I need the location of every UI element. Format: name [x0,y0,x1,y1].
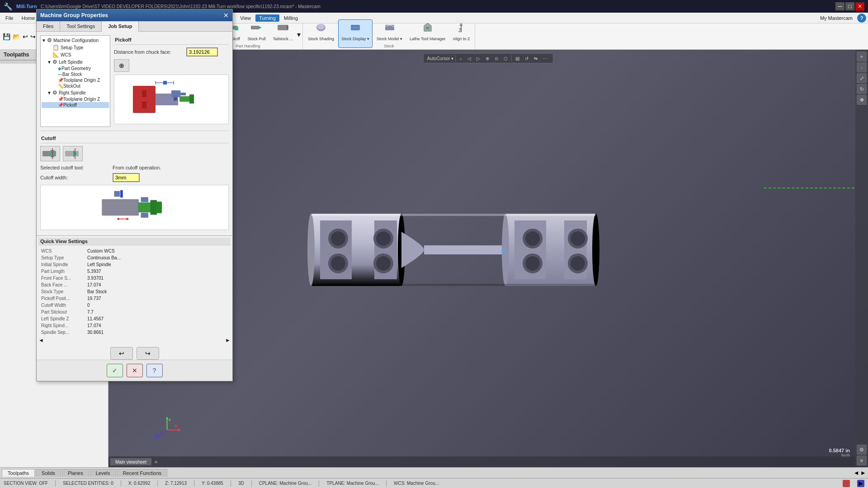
qv-row-right-spind: Right Spind...17.074 [39,323,230,328]
svg-rect-90 [311,284,596,286]
tplane-status: TPLANE: Machine Grou... [326,481,379,486]
vp-fit[interactable]: ⤢ [857,73,867,83]
tree-toolplane-z-right[interactable]: 📌 Toolplane Origin Z [42,96,109,102]
vp-ctrl-circle[interactable]: ⊙ [493,56,500,61]
svg-point-64 [307,214,315,286]
app-title: Mill-Turn [16,4,37,9]
vp-ctrl-fwd[interactable]: ▷ [475,56,482,61]
svg-rect-55 [141,197,148,202]
tb-undo[interactable]: ↩ [22,32,29,41]
qv-value-right-spind: 17.074 [85,323,230,328]
qv-label-spindle-sep: Spindle Sep... [39,329,85,335]
tab-solids[interactable]: Solids [36,469,61,477]
tree-part-geometry[interactable]: ◆ Part Geometry [42,66,109,71]
vp-ctrl-more[interactable]: ⋯ [541,56,549,61]
maximize-btn[interactable]: □ [845,2,854,10]
status-play-btn[interactable]: ▶ [857,480,864,487]
tree-left-spindle[interactable]: ▼ ⚙ Left Spindle [42,58,109,66]
tree-expand-0[interactable]: ▼ [42,38,47,43]
add-viewsheet-btn[interactable]: + [152,458,160,465]
vp-view-options[interactable]: ≡ [857,455,867,465]
forward-nav-btn[interactable]: ↪ [137,347,159,360]
cutoff-tool-btn-1[interactable] [40,146,60,161]
vp-settings[interactable]: ⚙ [857,445,867,455]
vp-ctrl-snap[interactable]: ⬦ [458,56,464,61]
help-btn[interactable]: ? [146,364,163,377]
close-window-btn[interactable]: ✕ [855,2,864,10]
vp-pan[interactable]: ✥ [857,95,867,105]
tb-save[interactable]: 💾 [2,32,11,41]
distance-input[interactable] [186,47,218,56]
cutoff-tool-2-svg [64,147,81,160]
qv-value-cutoff-width: 0 [85,302,230,308]
tree-expand-right[interactable]: ▼ [47,90,52,95]
svg-rect-27 [385,25,394,30]
cplane-status: CPLANE: Machine Grou... [259,481,312,486]
vp-ctrl-plus[interactable]: ⊕ [484,56,491,61]
tab-job-setup[interactable]: Job Setup [102,21,139,32]
ok-btn[interactable]: ✓ [107,364,123,377]
quick-view-scroll[interactable]: WCSCustom WCS Setup TypeContinuous Ba...… [38,247,231,336]
svg-point-86 [525,256,540,271]
minimize-btn[interactable]: ─ [835,2,844,10]
vp-ctrl-hex[interactable]: ⬡ [502,56,509,61]
tree-wcs[interactable]: 📐 WCS [42,51,109,58]
vp-ctrl-undo[interactable]: ↺ [523,56,530,61]
tree-right-spindle[interactable]: ▼ ⚙ Right Spindle [42,89,109,96]
dialog-close-btn[interactable]: ✕ [223,12,229,19]
back-nav-btn[interactable]: ↩ [110,347,133,360]
tree-bar-stock[interactable]: — Bar Stock [42,71,109,77]
vp-ctrl-grid[interactable]: ▤ [514,56,521,61]
vp-sep-1 [455,55,456,61]
scroll-right-arrow[interactable]: ► [225,337,231,343]
cutoff-tool-btn-2[interactable] [63,146,83,161]
main-viewsheet-tab[interactable]: Main viewsheet [110,458,151,465]
tree-setup-type[interactable]: 📋 Setup Type [42,44,109,51]
vp-ctrl-back[interactable]: ◁ [466,56,473,61]
tb-open[interactable]: 📂 [12,32,21,41]
svg-point-91 [501,249,505,253]
dialog-title-bar[interactable]: Machine Group Properties ✕ [37,9,232,21]
autocursor-label[interactable]: AutoCursor ▾ [427,56,453,61]
cutoff-width-row: Cutoff width: [40,173,229,182]
selected-cutoff-value: From cutoff operation. [113,165,161,170]
tb-redo[interactable]: ↪ [29,32,37,41]
qv-label-right-spind: Right Spind... [39,323,85,328]
distance-label: Distance from chuck face: [114,49,186,55]
menu-file[interactable]: File [2,14,17,22]
vp-zoom-in[interactable]: + [857,52,867,61]
vp-ctrl-swap[interactable]: ⇆ [532,56,539,61]
qv-row-part-stickout: Part Stickout7.7 [39,309,230,315]
svg-rect-38 [174,97,177,101]
tab-tool-settings[interactable]: Tool Settings [60,21,102,31]
scroll-right-btn[interactable]: ► [860,469,866,476]
tb-more2[interactable]: ▾ [297,28,301,39]
vp-rotate[interactable]: ↻ [857,84,867,94]
my-mastercam[interactable]: My Mastercam [816,14,856,22]
pickoff-section-label: Pickoff [114,35,229,45]
svg-point-24 [317,24,325,29]
svg-rect-35 [142,102,146,108]
center-btn[interactable]: ⊕ [114,59,129,72]
scroll-left-btn[interactable]: ◄ [854,469,859,476]
scale-value: 0.5847 in [829,448,850,453]
window-controls[interactable]: ─ □ ✕ [835,2,864,10]
tree-machine-config[interactable]: ▼ ⚙ Machine Configuration [42,37,109,44]
tree-expand-left[interactable]: ▼ [47,60,52,65]
tab-planes[interactable]: Planes [62,469,89,477]
status-record-btn[interactable] [843,480,850,487]
cancel-btn[interactable]: ✕ [127,364,143,377]
tree-stickout[interactable]: 📏 StickOut [42,83,109,89]
tab-recent-functions[interactable]: Recent Functions [117,469,168,477]
scroll-left-arrow[interactable]: ◄ [38,337,44,343]
tree-toolplane-z-left[interactable]: 📌 Toolplane Origin Z [42,77,109,83]
tab-toolpaths[interactable]: Toolpaths [2,469,35,477]
menu-home[interactable]: Home [18,14,38,22]
stock-section-label: Stock [303,44,475,48]
help-icon[interactable]: ? [857,14,866,23]
cutoff-width-input[interactable] [113,173,140,182]
vp-zoom-out[interactable]: - [857,62,867,72]
tab-levels[interactable]: Levels [90,469,116,477]
tree-pickoff[interactable]: 📌 Pickoff [42,102,109,108]
tab-files[interactable]: Files [37,21,60,31]
